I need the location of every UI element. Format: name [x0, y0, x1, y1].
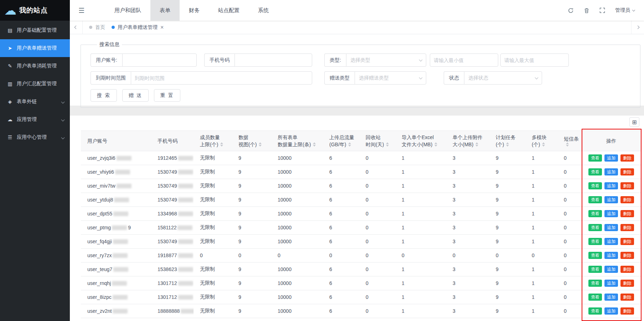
nav-tab-1[interactable]: 用户和团队 [105, 0, 150, 21]
sort-icon[interactable] [348, 142, 351, 147]
type-select[interactable]: 选择类型 [346, 54, 426, 67]
view-button[interactable]: 查看 [588, 182, 602, 189]
sort-icon[interactable] [542, 142, 545, 147]
tab-scroll-right-button[interactable] [631, 21, 644, 34]
sidebar-item-7[interactable]: ☰应用中心管理 [0, 128, 70, 146]
value-cell: 9 [232, 263, 271, 276]
sort-icon[interactable] [475, 142, 478, 147]
page-tab-2[interactable]: 用户表单赠送管理× [112, 24, 164, 31]
expire-range-input[interactable] [131, 71, 312, 85]
sidebar-item-2[interactable]: ➤用户表单赠送管理 [0, 39, 70, 57]
sidebar-item-5[interactable]: ◈表单外链 [0, 93, 70, 111]
max-value-input[interactable] [500, 54, 569, 67]
column-header-7[interactable]: 回收站时间(天) [359, 131, 395, 151]
delete-button[interactable]: 删除 [620, 154, 634, 162]
sidebar-item-4[interactable]: ▥用户汇总配置管理 [0, 75, 70, 93]
value-cell: 无限制 [194, 290, 232, 304]
append-button[interactable]: 追加 [604, 266, 618, 273]
column-header-4[interactable]: 数据视图(个) [232, 131, 271, 151]
append-button[interactable]: 追加 [604, 210, 618, 217]
column-settings-icon[interactable]: ⊞ [629, 117, 639, 127]
nav-tab-2[interactable]: 表单 [150, 0, 180, 21]
sidebar-item-6[interactable]: ☁应用管理 [0, 111, 70, 128]
sidebar-collapse-icon[interactable]: ☰ [78, 6, 84, 15]
append-button[interactable]: 追加 [604, 196, 618, 203]
delete-button[interactable]: 删除 [620, 196, 634, 203]
view-button[interactable]: 查看 [588, 238, 602, 245]
gift-type-select[interactable]: 选择赠送类型 [355, 71, 426, 85]
gift-type-field-group: 赠送类型 选择赠送类型 [324, 71, 426, 85]
view-button[interactable]: 查看 [588, 154, 602, 162]
account-input[interactable] [122, 54, 197, 67]
append-button[interactable]: 追加 [604, 280, 618, 287]
sort-icon[interactable] [220, 142, 223, 147]
view-button[interactable]: 查看 [588, 224, 602, 231]
column-subtitle: 时间(天) [366, 141, 395, 148]
sort-icon[interactable] [313, 142, 316, 147]
refresh-icon[interactable] [568, 7, 574, 14]
status-select[interactable]: 选择状态 [464, 71, 542, 85]
append-button[interactable]: 追加 [604, 154, 618, 162]
reset-button[interactable]: 重 置 [154, 89, 180, 102]
tab-scroll-left-button[interactable] [70, 21, 83, 34]
delete-button[interactable]: 删除 [620, 182, 634, 189]
delete-button[interactable]: 删除 [620, 252, 634, 259]
sort-icon[interactable] [259, 142, 262, 147]
fullscreen-icon[interactable] [599, 7, 605, 13]
page-tab-1[interactable]: 首页 [89, 24, 105, 31]
sort-icon[interactable] [506, 142, 509, 147]
column-header-11[interactable]: 多模块(个) [525, 131, 557, 151]
gift-type-select-value: 选择赠送类型 [359, 75, 389, 81]
delete-button[interactable]: 删除 [620, 266, 634, 273]
delete-button[interactable]: 删除 [620, 224, 634, 231]
trash-icon[interactable] [584, 7, 589, 14]
delete-button[interactable]: 删除 [620, 294, 634, 301]
append-button[interactable]: 追加 [604, 182, 618, 189]
column-header-3[interactable]: 成员数量上限(个) [194, 131, 232, 151]
sidebar-item-3[interactable]: ✎用户表单消耗管理 [0, 57, 70, 75]
nav-tab-3[interactable]: 财务 [180, 0, 209, 21]
page-tab-bar: 首页用户表单赠送管理× [70, 21, 644, 34]
append-button[interactable]: 追加 [604, 168, 618, 175]
top-nav: ☰ 用户和团队表单财务站点配置系统 管理员 [70, 0, 644, 21]
view-button[interactable]: 查看 [588, 252, 602, 259]
nav-tab-5[interactable]: 系统 [249, 0, 278, 21]
column-header-6[interactable]: 上传总流量(GB/年) [323, 131, 359, 151]
column-header-8[interactable]: 导入单个Excel文件大小(MB) [395, 131, 446, 151]
site-logo[interactable]: ☁ 我的站点 [0, 0, 70, 21]
view-button[interactable]: 查看 [588, 168, 602, 175]
column-subtitle: 上限(个) [200, 141, 232, 148]
view-button[interactable]: 查看 [588, 266, 602, 273]
nav-tab-4[interactable]: 站点配置 [209, 0, 249, 21]
sort-icon[interactable] [566, 142, 569, 147]
view-button[interactable]: 查看 [588, 294, 602, 301]
delete-button[interactable]: 删除 [620, 307, 634, 315]
view-button[interactable]: 查看 [588, 196, 602, 203]
view-button[interactable]: 查看 [588, 307, 602, 315]
sort-icon[interactable] [386, 142, 389, 147]
append-button[interactable]: 追加 [604, 238, 618, 245]
delete-button[interactable]: 删除 [620, 238, 634, 245]
append-button[interactable]: 追加 [604, 294, 618, 301]
sort-icon[interactable] [434, 142, 437, 147]
view-button[interactable]: 查看 [588, 280, 602, 287]
phone-input[interactable] [235, 54, 312, 67]
min-value-input[interactable] [430, 54, 498, 67]
column-header-12[interactable]: 短信条 [557, 131, 582, 151]
delete-button[interactable]: 删除 [620, 168, 634, 175]
search-button[interactable]: 搜 索 [91, 89, 117, 102]
sidebar-item-1[interactable]: ▤用户基础配置管理 [0, 21, 70, 39]
admin-dropdown[interactable]: 管理员 [615, 7, 635, 14]
column-header-5[interactable]: 所有表单数据量上限(条) [271, 131, 323, 151]
column-header-10[interactable]: 计划任务(个) [489, 131, 525, 151]
append-button[interactable]: 追加 [604, 252, 618, 259]
view-button[interactable]: 查看 [588, 210, 602, 217]
column-header-9[interactable]: 单个上传附件大小(MB) [446, 131, 489, 151]
delete-button[interactable]: 删除 [620, 280, 634, 287]
gift-button[interactable]: 赠 送 [122, 89, 149, 102]
append-button[interactable]: 追加 [604, 224, 618, 231]
column-subtitle [564, 142, 582, 147]
close-icon[interactable]: × [160, 25, 164, 30]
append-button[interactable]: 追加 [604, 307, 618, 315]
delete-button[interactable]: 删除 [620, 210, 634, 217]
